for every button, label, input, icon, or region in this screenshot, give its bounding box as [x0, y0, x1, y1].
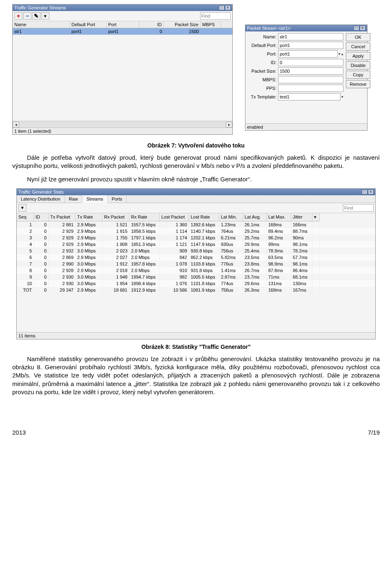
close-icon[interactable]: ✕: [368, 190, 374, 194]
tab-raw[interactable]: Raw: [65, 195, 82, 203]
add-button[interactable]: +: [14, 12, 22, 20]
lbl: Default Port:: [248, 43, 276, 48]
restore-icon[interactable]: □: [362, 190, 368, 194]
restore-icon[interactable]: □: [219, 5, 225, 10]
mbps-field[interactable]: [278, 76, 343, 83]
cell-packet-size: 1500: [164, 28, 200, 35]
col-port[interactable]: Port: [107, 21, 139, 28]
cancel-button[interactable]: Cancel: [346, 42, 370, 51]
port-field[interactable]: [278, 50, 338, 58]
cell: 1 121: [160, 241, 189, 248]
col-name[interactable]: Name: [13, 21, 70, 28]
lbl: MBPS:: [248, 77, 276, 82]
apply-button[interactable]: Apply: [346, 52, 370, 60]
table-row[interactable]: 202 9292.9 Mbps1 8151858.5 kbps1 1141140…: [17, 228, 375, 234]
cell: 1392.6 kbps: [189, 221, 219, 228]
tab-latency[interactable]: Latency Distribution: [17, 195, 65, 203]
filter-button[interactable]: ▾: [41, 12, 49, 20]
cell: 1898.4 kbps: [129, 280, 160, 287]
remove-button[interactable]: Remove: [346, 80, 370, 88]
cell: 1 815: [102, 228, 129, 234]
table-row[interactable]: 402 9292.9 Mbps1 8081851.3 kbps1 1211147…: [17, 241, 375, 248]
table-row[interactable]: 502 9323.0 Mbps2 0232.0 Mbps909930.8 kbp…: [17, 248, 375, 254]
tx-template-field[interactable]: [278, 93, 341, 100]
cell: 0: [34, 280, 49, 287]
stream-row[interactable]: str1 port1 port1 0 1500: [13, 28, 232, 35]
pps-field[interactable]: [278, 85, 343, 92]
scroll-right-icon[interactable]: ▸: [226, 122, 232, 127]
table-row[interactable]: 902 9303.0 Mbps1 9481994.7 kbps9821005.5…: [17, 274, 375, 280]
col[interactable]: Lat Avg.: [243, 213, 267, 221]
grid-header: Seq ID Tx Packet Tx Rate Rx Packet Rx Ra…: [17, 213, 375, 221]
titlebar: Packet Stream <str1> □ ✕: [245, 25, 367, 31]
name-field[interactable]: [278, 33, 343, 40]
cell: 71ms: [267, 274, 291, 280]
window-title: Traffic Generator Streams: [14, 5, 66, 10]
ok-button[interactable]: OK: [346, 33, 370, 41]
cell: 1 174: [160, 234, 189, 241]
table-row[interactable]: 702 9903.0 Mbps1 9121957.8 kbps1 0781103…: [17, 261, 375, 267]
cell: 764us: [219, 228, 243, 234]
col[interactable]: Lost Rate: [189, 213, 219, 221]
col[interactable]: Tx Packet: [49, 213, 76, 221]
scroll-left-icon[interactable]: ◂: [13, 122, 19, 127]
cell: 1101.8 kbps: [189, 280, 219, 287]
edit-button[interactable]: ✎: [32, 12, 40, 20]
col[interactable]: Tx Rate: [76, 213, 102, 221]
cell: 0: [34, 287, 49, 293]
cell: 2.0 Mbps: [129, 254, 160, 261]
figure-caption-8: Obrázek 8: Statistiky "Traffic Generator…: [12, 344, 380, 350]
cell: 0: [34, 274, 49, 280]
dropdown-icon[interactable]: ▾: [341, 95, 343, 99]
col[interactable]: Jitter: [291, 213, 312, 221]
col[interactable]: Rx Packet: [102, 213, 129, 221]
col[interactable]: Seq: [17, 213, 34, 221]
cell: 0: [34, 234, 49, 241]
traffic-generator-streams-window: Traffic Generator Streams □ ✕ + − ✎ ▾ Na…: [12, 4, 233, 135]
col-mbps[interactable]: MBPS: [200, 21, 221, 28]
cell: 2 023: [102, 248, 129, 254]
tab-streams[interactable]: Streams: [82, 195, 108, 203]
dropdown-icon[interactable]: ▾: [339, 52, 341, 56]
table-row[interactable]: 602 8692.9 Mbps2 0272.0 Mbps842862.2 kbp…: [17, 254, 375, 261]
col[interactable]: Lat Max.: [267, 213, 291, 221]
h-scrollbar[interactable]: ◂ ▸: [13, 121, 232, 127]
cell: 1103.8 kbps: [189, 261, 219, 267]
col-id[interactable]: ID: [139, 21, 164, 28]
col[interactable]: Lat Min.: [219, 213, 243, 221]
cell: 1.23ms: [219, 221, 243, 228]
table-row[interactable]: TOT029 2472.9 Mbps18 6811912.9 kbps10 56…: [17, 287, 375, 293]
col-default-port[interactable]: Default Port: [70, 21, 107, 28]
disable-button[interactable]: Disable: [346, 61, 370, 69]
close-icon[interactable]: ✕: [225, 5, 231, 10]
cell-port: port1: [107, 28, 139, 35]
tab-ports[interactable]: Ports: [108, 195, 127, 203]
remove-button[interactable]: −: [23, 12, 31, 20]
find-input[interactable]: [343, 204, 374, 212]
filter-button[interactable]: ▾: [18, 204, 27, 212]
col[interactable]: ID: [34, 213, 49, 221]
titlebar: Traffic Generator Streams □ ✕: [13, 4, 232, 11]
cell: 2 869: [49, 254, 76, 261]
copy-button[interactable]: Copy: [346, 71, 370, 79]
packet-size-field[interactable]: [278, 67, 343, 75]
restore-icon[interactable]: □: [354, 26, 359, 31]
up-icon[interactable]: ▴: [341, 52, 343, 56]
default-port-field[interactable]: [278, 42, 343, 49]
cell: 909: [160, 248, 189, 254]
col[interactable]: Rx Rate: [129, 213, 160, 221]
close-icon[interactable]: ✕: [360, 26, 365, 31]
paragraph: Naměřené statistiky generovaného provozu…: [12, 355, 380, 396]
table-row[interactable]: 1002 9303.0 Mbps1 8541898.4 kbps1 076110…: [17, 280, 375, 287]
col-packet-size[interactable]: Packet Size: [164, 21, 200, 28]
table-row[interactable]: 302 9292.9 Mbps1 7551797.1 kbps1 1741202…: [17, 234, 375, 241]
id-field[interactable]: [278, 59, 343, 66]
cell: 910: [160, 267, 189, 274]
table-row[interactable]: 102 8812.9 Mbps1 5211557.5 kbps1 3601392…: [17, 221, 375, 228]
cell: 0: [34, 254, 49, 261]
table-row[interactable]: 802 9282.9 Mbps2 0182.0 Mbps910931.8 kbp…: [17, 267, 375, 274]
col[interactable]: Lost Packet: [160, 213, 189, 221]
cell: 982: [160, 274, 189, 280]
col-more[interactable]: ▾: [312, 213, 320, 221]
find-input[interactable]: [200, 12, 231, 20]
